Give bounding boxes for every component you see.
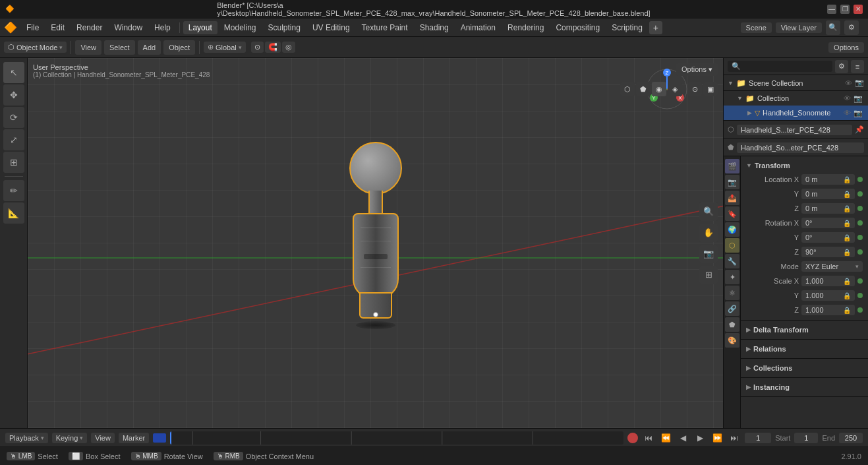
timeline-scrubber[interactable] [170,431,623,445]
pivot-btn[interactable]: ⊙ [251,42,264,53]
viewport[interactable]: User Perspective (1) Collection | Handhe… [28,58,723,428]
object-menu[interactable]: Object [163,40,195,55]
material-mode-btn[interactable]: ◉ [652,82,666,96]
render-mode-btn[interactable]: ◈ [668,82,682,96]
keying-menu[interactable]: Keying ▾ [52,433,88,443]
keyframe-dot-ly[interactable] [857,191,863,197]
start-frame[interactable]: 1 [794,433,818,443]
play-btn[interactable]: ▶ [693,431,707,445]
tab-sculpting[interactable]: Sculpting [263,21,306,34]
tab-animation[interactable]: Animation [455,21,501,34]
maximize-button[interactable]: ❐ [840,5,850,14]
camera-btn[interactable]: 📷 [699,245,718,263]
location-y-value[interactable]: 0 m 🔒 [801,189,855,199]
prop-tab-physics[interactable]: ⚛ [725,286,739,300]
select-tool-btn[interactable]: ↖ [3,62,24,83]
prop-tab-constraints[interactable]: 🔗 [725,301,739,316]
hand-btn[interactable]: ✋ [699,224,718,242]
tab-texture-paint[interactable]: Texture Paint [357,21,413,34]
select-menu[interactable]: Select [104,40,135,55]
delta-transform-header[interactable]: ▶ Delta Transform [746,323,863,336]
end-frame[interactable]: 250 [839,433,863,443]
jump-to-start-btn[interactable]: ⏮ [642,431,655,445]
transform-header[interactable]: ▼ Transform [746,159,863,172]
add-tab-button[interactable]: + [649,21,662,34]
engine-selector[interactable]: 🔍 [826,20,840,35]
transform-tool-btn[interactable]: ⊞ [3,152,24,173]
tab-rendering[interactable]: Rendering [502,21,549,34]
overlay-btn[interactable]: ⊙ [687,82,702,96]
timeline-view-menu[interactable]: View [91,433,115,443]
scale-z-value[interactable]: 1.000 🔒 [801,305,855,315]
snap-btn[interactable]: 🧲 [265,42,281,53]
tab-scripting[interactable]: Scripting [606,21,648,34]
tab-compositing[interactable]: Compositing [550,21,605,34]
prop-tab-world[interactable]: 🌍 [725,222,739,237]
prop-tab-data[interactable]: ⬟ [725,317,739,332]
menu-help[interactable]: Help [149,21,176,34]
mode-selector[interactable]: ⬡ Object Mode ▾ [4,42,67,53]
render-settings[interactable]: ⚙ [844,20,859,35]
collections-header[interactable]: ▶ Collections [746,361,863,375]
jump-to-end-btn[interactable]: ⏭ [728,431,741,445]
prop-tab-object[interactable]: ⬡ [725,238,739,253]
measure-tool-btn[interactable]: 📐 [3,202,24,224]
solid-mode-btn[interactable]: ⬟ [636,82,651,96]
rotation-x-value[interactable]: 0° 🔒 [801,218,855,228]
annotate-tool-btn[interactable]: ✏ [3,180,24,201]
record-keyframe-btn[interactable] [627,433,638,443]
zoom-in-btn[interactable]: 🔍 [699,202,718,221]
transform-space[interactable]: ⊕ Global ▾ [204,42,246,53]
scale-y-value[interactable]: 1.000 🔒 [801,290,855,301]
tab-layout[interactable]: Layout [183,21,217,34]
playback-menu[interactable]: Playback ▾ [5,433,48,443]
rotation-z-value[interactable]: 90° 🔒 [801,247,855,257]
scale-x-value[interactable]: 1.000 🔒 [801,276,855,286]
keyframe-dot-sy[interactable] [857,293,863,298]
prop-tab-render[interactable]: 📷 [725,175,739,189]
keyframe-dot-lz[interactable] [857,206,863,211]
ortho-btn[interactable]: ⊞ [699,266,718,284]
menu-window[interactable]: Window [109,21,148,34]
location-z-value[interactable]: 0 m 🔒 [801,203,855,214]
collection-eye[interactable]: 👁 [844,94,851,102]
jump-next-key-btn[interactable]: ⏩ [710,431,724,445]
marker-menu[interactable]: Marker [119,433,149,443]
active-object-name[interactable]: Handheld_S...ter_PCE_428 [737,125,852,135]
object-render[interactable]: 📷 [854,109,863,117]
mode-prop-value[interactable]: XYZ Euler ▾ [801,261,863,272]
keyframe-dot-ry[interactable] [857,235,863,240]
options-btn[interactable]: Options [828,42,864,53]
tab-uv-editing[interactable]: UV Editing [307,21,355,34]
tab-modeling[interactable]: Modeling [219,21,262,34]
keyframe-dot-sz[interactable] [857,307,863,313]
scene-collection-eye[interactable]: 👁 [845,79,852,87]
collection-item[interactable]: ▼ 📁 Collection 👁 📷 [724,91,868,106]
outliner-filter-btn[interactable]: ⚙ [835,60,848,73]
prop-tab-scene[interactable]: 🎬 [725,159,739,173]
prop-tab-material[interactable]: 🎨 [725,333,739,348]
proportional-btn[interactable]: ◎ [282,42,295,53]
viewport-options-btn[interactable]: Options ▾ [676,63,718,76]
keyframe-dot-rz[interactable] [857,249,863,255]
rotate-tool-btn[interactable]: ⟳ [3,107,24,128]
play-back-btn[interactable]: ◀ [676,431,689,445]
instancing-header[interactable]: ▶ Instancing [746,381,863,394]
menu-file[interactable]: File [21,21,44,34]
object-item[interactable]: ▶ ▽ Handheld_Sonomete 👁 📷 [724,106,868,120]
xray-btn[interactable]: ▣ [703,82,718,96]
prop-tab-particles[interactable]: ✦ [725,270,739,284]
outliner-search-box[interactable]: 🔍 [728,61,832,72]
tab-shading[interactable]: Shading [415,21,454,34]
minimize-button[interactable]: — [827,5,836,14]
scene-collection-row[interactable]: ▼ 📁 Scene Collection 👁 📷 [724,75,868,91]
prop-tab-view-layer[interactable]: 🔖 [725,206,739,221]
view-layer-selector[interactable]: View Layer [776,22,822,33]
view-menu[interactable]: View [75,40,101,55]
rotation-y-value[interactable]: 0° 🔒 [801,232,855,243]
menu-render[interactable]: Render [71,21,107,34]
blender-menu-logo[interactable]: 🔶 [4,21,17,34]
scale-tool-btn[interactable]: ⤢ [3,129,24,150]
wireframe-mode-btn[interactable]: ⬡ [620,82,635,96]
collection-render[interactable]: 📷 [854,94,863,103]
